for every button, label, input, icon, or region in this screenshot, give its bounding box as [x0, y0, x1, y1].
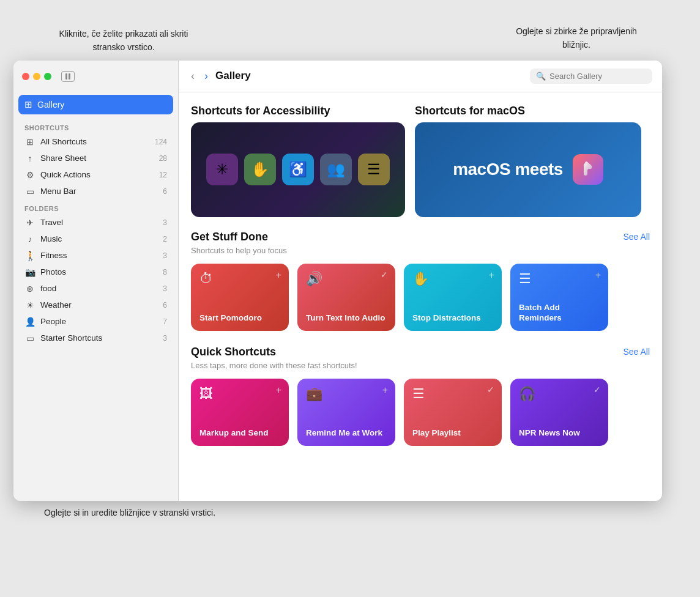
play-playlist-check-icon: ✓: [487, 385, 494, 395]
people-label: People: [40, 317, 163, 326]
sidebar-item-fitness[interactable]: 🚶 Fitness 3: [18, 248, 173, 264]
traffic-lights: [22, 73, 51, 80]
starter-shortcuts-icon: ▭: [24, 333, 35, 343]
minimize-button[interactable]: [33, 73, 40, 80]
stop-distractions-card[interactable]: ✋ + Stop Distractions: [404, 264, 502, 331]
turn-text-audio-icon: 🔊: [306, 271, 387, 287]
stop-distractions-add-icon: +: [489, 270, 494, 281]
play-playlist-icon: ☰: [412, 386, 493, 402]
people-count: 7: [163, 317, 167, 326]
food-count: 3: [163, 284, 167, 293]
npr-news-now-card[interactable]: 🎧 ✓ NPR News Now: [510, 379, 608, 446]
macos-meets-text: macOS meets: [453, 160, 563, 179]
turn-text-into-audio-card[interactable]: 🔊 ✓ Turn Text Into Audio: [297, 264, 395, 331]
music-icon: ♪: [24, 234, 35, 244]
stop-distractions-label: Stop Distractions: [412, 313, 493, 324]
markup-send-icon: 🖼: [199, 386, 280, 402]
markup-send-add-icon: +: [276, 385, 281, 396]
travel-count: 3: [163, 218, 167, 227]
sidebar-item-starter-shortcuts[interactable]: ▭ Starter Shortcuts 3: [18, 330, 173, 346]
travel-icon: ✈: [24, 218, 35, 228]
annotation-top-left: Kliknite, če želite prikazati ali skriti…: [44, 27, 203, 54]
all-shortcuts-icon: ⊞: [24, 137, 35, 147]
sidebar-item-gallery[interactable]: ⊞ Gallery: [18, 95, 173, 114]
macos-section: Shortcuts for macOS macOS meets: [415, 105, 641, 217]
get-stuff-done-see-all[interactable]: See All: [623, 232, 650, 242]
remind-work-icon: 💼: [306, 386, 387, 402]
sidebar-toggle-button[interactable]: [61, 71, 75, 82]
remind-me-at-work-card[interactable]: 💼 + Remind Me at Work: [297, 379, 395, 446]
get-stuff-done-title: Get Stuff Done: [191, 231, 287, 243]
titlebar: [13, 61, 178, 92]
maximize-button[interactable]: [44, 73, 51, 80]
toolbar-title: Gallery: [215, 70, 525, 82]
search-input[interactable]: [549, 72, 646, 81]
fitness-label: Fitness: [40, 251, 163, 260]
start-pomodoro-add-icon: +: [276, 270, 281, 281]
sidebar-item-weather[interactable]: ☀ Weather 6: [18, 297, 173, 313]
quick-shortcuts-section: Quick Shortcuts Less taps, more done wit…: [191, 346, 650, 446]
search-icon: 🔍: [536, 72, 546, 81]
quick-actions-icon: ⚙: [24, 170, 35, 180]
sidebar-item-food[interactable]: ⊛ food 3: [18, 281, 173, 297]
macos-banner-card[interactable]: macOS meets: [415, 122, 641, 217]
get-stuff-done-subtitle: Shortcuts to help you focus: [191, 246, 287, 255]
stop-distractions-icon: ✋: [412, 271, 493, 287]
sidebar-item-quick-actions[interactable]: ⚙ Quick Actions 12: [18, 167, 173, 183]
share-sheet-count: 28: [159, 154, 167, 163]
back-button[interactable]: ‹: [188, 69, 197, 84]
sidebar-item-music[interactable]: ♪ Music 2: [18, 231, 173, 247]
sidebar-item-people[interactable]: 👤 People 7: [18, 314, 173, 330]
play-playlist-card[interactable]: ☰ ✓ Play Playlist: [404, 379, 502, 446]
shortcuts-logo: [573, 154, 603, 185]
markup-and-send-card[interactable]: 🖼 + Markup and Send: [191, 379, 289, 446]
fitness-icon: 🚶: [24, 251, 35, 261]
quick-shortcuts-see-all[interactable]: See All: [623, 347, 650, 357]
start-pomodoro-card[interactable]: ⏱ + Start Pomodoro: [191, 264, 289, 331]
photos-label: Photos: [40, 267, 163, 276]
weather-label: Weather: [40, 300, 163, 310]
sidebar-item-photos[interactable]: 📷 Photos 8: [18, 264, 173, 280]
forward-button[interactable]: ›: [202, 69, 210, 84]
annotation-top-right: Oglejte si zbirke že pripravljenih bližn…: [503, 24, 650, 52]
acc-icon-5: ☰: [358, 154, 390, 185]
play-playlist-label: Play Playlist: [412, 428, 493, 439]
accessibility-section: Shortcuts for Accessibility ✳ ✋ ♿ 👥 ☰: [191, 105, 405, 217]
music-label: Music: [40, 234, 163, 243]
sidebar-item-travel[interactable]: ✈ Travel 3: [18, 215, 173, 231]
turn-text-audio-check-icon: ✓: [381, 270, 388, 280]
npr-news-check-icon: ✓: [594, 385, 601, 395]
sidebar-item-share-sheet[interactable]: ↑ Share Sheet 28: [18, 150, 173, 166]
gallery-label: Gallery: [37, 100, 64, 109]
annotation-bottom: Oglejte si in uredite bližnjice v strans…: [13, 501, 687, 519]
acc-icon-3: ♿: [282, 154, 314, 185]
all-shortcuts-count: 124: [155, 138, 167, 146]
acc-icon-4: 👥: [320, 154, 352, 185]
npr-news-icon: 🎧: [519, 386, 600, 402]
music-count: 2: [163, 235, 167, 243]
sidebar-item-menu-bar[interactable]: ▭ Menu Bar 6: [18, 184, 173, 199]
weather-icon: ☀: [24, 300, 35, 310]
close-button[interactable]: [22, 73, 29, 80]
weather-count: 6: [163, 301, 167, 310]
folders-section-label: Folders: [18, 200, 173, 215]
quick-shortcuts-subtitle: Less taps, more done with these fast sho…: [191, 361, 357, 370]
remind-work-label: Remind Me at Work: [306, 428, 387, 439]
batch-add-reminders-card[interactable]: ☰ + Batch Add Reminders: [510, 264, 608, 331]
sidebar-item-all-shortcuts[interactable]: ⊞ All Shortcuts 124: [18, 134, 173, 150]
all-shortcuts-label: All Shortcuts: [40, 137, 155, 146]
quick-shortcuts-cards: 🖼 + Markup and Send 💼 + Remind Me at Wor…: [191, 379, 650, 446]
main-content: ‹ › Gallery 🔍 Shortcuts for Accessibilit…: [179, 61, 662, 501]
get-stuff-done-section: Get Stuff Done Shortcuts to help you foc…: [191, 231, 650, 331]
main-toolbar: ‹ › Gallery 🔍: [179, 61, 662, 92]
menu-bar-icon: ▭: [24, 187, 35, 196]
accessibility-title: Shortcuts for Accessibility: [191, 105, 405, 117]
shortcuts-section-label: Shortcuts: [18, 119, 173, 134]
menu-bar-count: 6: [163, 187, 167, 196]
quick-shortcuts-title: Quick Shortcuts: [191, 346, 357, 358]
accessibility-banner-card[interactable]: ✳ ✋ ♿ 👥 ☰: [191, 122, 405, 217]
batch-add-reminders-icon: ☰: [519, 271, 600, 287]
sidebar-nav: ⊞ Gallery Shortcuts ⊞ All Shortcuts 124 …: [13, 92, 178, 347]
photos-count: 8: [163, 268, 167, 276]
travel-label: Travel: [40, 218, 163, 227]
